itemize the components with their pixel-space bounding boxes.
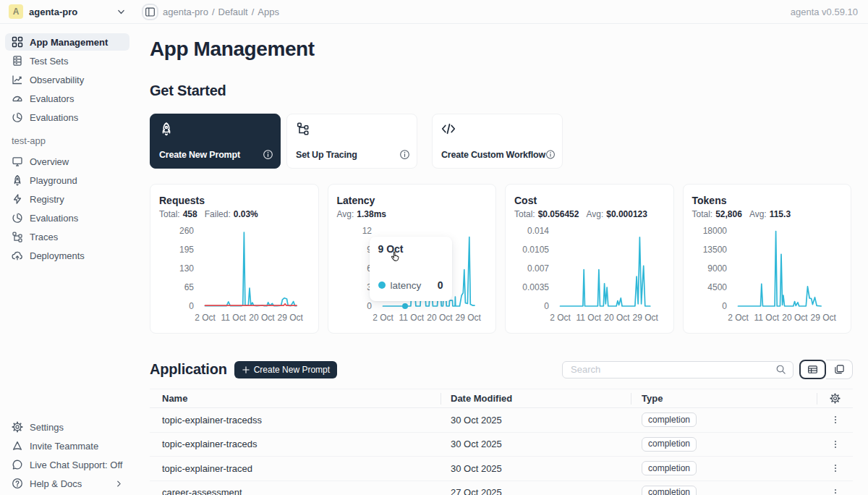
create-new-prompt-card[interactable]: Create New Prompt	[150, 114, 281, 169]
app-date-modified: 27 Oct 2025	[441, 487, 631, 495]
requests-stat-card: Requests Total:458 Failed:0.03% 06513019…	[150, 184, 319, 334]
row-menu-button[interactable]	[827, 484, 844, 495]
sidebar-item-app-management[interactable]: App Management	[5, 33, 129, 51]
stat-label: Total:	[159, 209, 180, 219]
main-content: App Management Get Started Create New Pr…	[135, 24, 868, 495]
svg-text:0: 0	[544, 301, 549, 311]
table-settings-button[interactable]	[830, 393, 841, 404]
table-row[interactable]: topic-explainer-traceds 30 Oct 2025 comp…	[150, 433, 853, 457]
stat-value: 1.38ms	[357, 209, 386, 219]
table-view-button[interactable]	[799, 360, 826, 379]
sidebar-item-help-docs[interactable]: Help & Docs	[5, 475, 129, 492]
chevron-right-icon	[115, 480, 123, 488]
gear-icon	[830, 393, 841, 404]
requests-chart[interactable]: 0651301952602 Oct11 Oct20 Oct29 Oct	[159, 224, 310, 331]
breadcrumb-item-project[interactable]: Default	[218, 7, 248, 17]
cost-chart[interactable]: 00.00350.0070.01050.0142 Oct11 Oct20 Oct…	[514, 224, 665, 331]
breadcrumb-item-page[interactable]: Apps	[258, 7, 279, 17]
gear-icon	[12, 421, 23, 433]
svg-text:195: 195	[179, 245, 194, 255]
sidebar-item-label: Test Sets	[30, 56, 68, 67]
cloud-up-icon	[12, 250, 23, 261]
info-icon[interactable]	[545, 149, 556, 160]
sidebar-item-test-sets[interactable]: Test Sets	[5, 52, 129, 69]
svg-text:4500: 4500	[707, 282, 727, 292]
grid-icon	[12, 36, 23, 48]
breadcrumb-item-workspace[interactable]: agenta-pro	[163, 7, 208, 17]
search-box	[562, 361, 793, 378]
sidebar-item-observability[interactable]: Observability	[5, 71, 129, 88]
info-icon[interactable]	[263, 149, 273, 160]
sidebar-item-evaluators[interactable]: Evaluators	[5, 90, 129, 107]
svg-text:2 Oct: 2 Oct	[195, 313, 216, 323]
stat-label: Total:	[692, 209, 713, 219]
column-header-name[interactable]: Name	[150, 393, 441, 404]
svg-text:260: 260	[179, 226, 194, 236]
table-row[interactable]: topic-explainer-traced 30 Oct 2025 compl…	[150, 457, 853, 481]
table-row[interactable]: career-assessment 27 Oct 2025 completion	[150, 481, 853, 495]
svg-text:20 Oct: 20 Oct	[782, 313, 808, 323]
kebab-icon	[830, 415, 841, 425]
question-circle-icon	[12, 478, 23, 489]
svg-text:11 Oct: 11 Oct	[221, 313, 247, 323]
stat-value: 458	[183, 209, 197, 219]
breadcrumb: agenta-pro / Default / Apps	[163, 7, 279, 17]
sidebar-item-live-chat-support[interactable]: Live Chat Support: Off	[5, 456, 129, 473]
gauge-icon	[12, 93, 23, 104]
app-name: topic-explainer-tracedss	[150, 415, 441, 426]
create-new-prompt-button[interactable]: Create New Prompt	[234, 361, 337, 378]
row-menu-button[interactable]	[827, 460, 844, 477]
stat-subtitle: Avg:1.38ms	[337, 209, 488, 219]
svg-text:29 Oct: 29 Oct	[810, 313, 836, 323]
sidebar-item-traces[interactable]: Traces	[5, 228, 129, 245]
search-input[interactable]	[571, 364, 775, 375]
stat-title: Cost	[514, 195, 665, 206]
row-menu-button[interactable]	[827, 411, 844, 428]
stat-value: $0.000123	[606, 209, 647, 219]
svg-text:0.0105: 0.0105	[522, 245, 549, 255]
sidebar-item-label: Help & Docs	[30, 478, 82, 489]
sidebar-item-overview[interactable]: Overview	[5, 153, 129, 170]
table-view-icon	[807, 364, 818, 375]
sidebar-item-settings[interactable]: Settings	[5, 418, 129, 436]
svg-text:11 Oct: 11 Oct	[399, 313, 424, 323]
app-type-badge: completion	[642, 461, 697, 475]
stat-label: Failed:	[205, 209, 231, 219]
svg-text:0: 0	[722, 301, 727, 311]
table-row[interactable]: topic-explainer-tracedss 30 Oct 2025 com…	[150, 408, 853, 433]
stat-label: Avg:	[337, 209, 354, 219]
kebab-icon	[830, 463, 841, 473]
app-version: agenta v0.59.10	[791, 7, 858, 17]
card-view-button[interactable]	[826, 360, 853, 379]
app-type-badge: completion	[642, 412, 697, 427]
info-icon[interactable]	[399, 149, 410, 160]
stat-subtitle: Total:458 Failed:0.03%	[159, 209, 310, 219]
test-sets-icon	[12, 55, 23, 67]
sidebar-item-deployments[interactable]: Deployments	[5, 247, 129, 264]
stat-value: $0.056452	[538, 209, 579, 219]
tokens-chart[interactable]: 04500900013500180002 Oct11 Oct20 Oct29 O…	[692, 224, 843, 331]
svg-text:0: 0	[367, 301, 372, 311]
stat-label: Avg:	[749, 209, 767, 219]
svg-text:9000: 9000	[707, 263, 727, 274]
row-menu-button[interactable]	[827, 436, 844, 453]
sidebar-item-evaluations[interactable]: Evaluations	[5, 109, 129, 126]
column-header-date-modified[interactable]: Date Modified	[441, 393, 631, 404]
workspace-avatar: A	[9, 4, 23, 19]
sidebar-item-playground[interactable]: Playground	[5, 172, 129, 189]
send-icon	[12, 440, 23, 452]
sidebar-item-evaluations-project[interactable]: Evaluations	[5, 209, 129, 227]
sidebar: App Management Test Sets Observability E…	[0, 24, 135, 495]
search-icon[interactable]	[775, 364, 786, 375]
rocket-icon	[159, 122, 174, 136]
sidebar-item-registry[interactable]: Registry	[5, 190, 129, 208]
create-custom-workflow-card[interactable]: Create Custom Workflow	[432, 114, 563, 169]
app-name: topic-explainer-traceds	[150, 439, 441, 449]
stats-row: Requests Total:458 Failed:0.03% 06513019…	[150, 184, 853, 334]
sidebar-item-label: App Management	[30, 37, 108, 48]
sidebar-item-invite-teammate[interactable]: Invite Teammate	[5, 437, 129, 454]
column-header-type[interactable]: Type	[631, 393, 817, 404]
sidebar-collapse-button[interactable]	[142, 4, 158, 20]
workspace-selector[interactable]: A agenta-pro	[0, 4, 135, 19]
set-up-tracing-card[interactable]: Set Up Tracing	[286, 114, 417, 169]
